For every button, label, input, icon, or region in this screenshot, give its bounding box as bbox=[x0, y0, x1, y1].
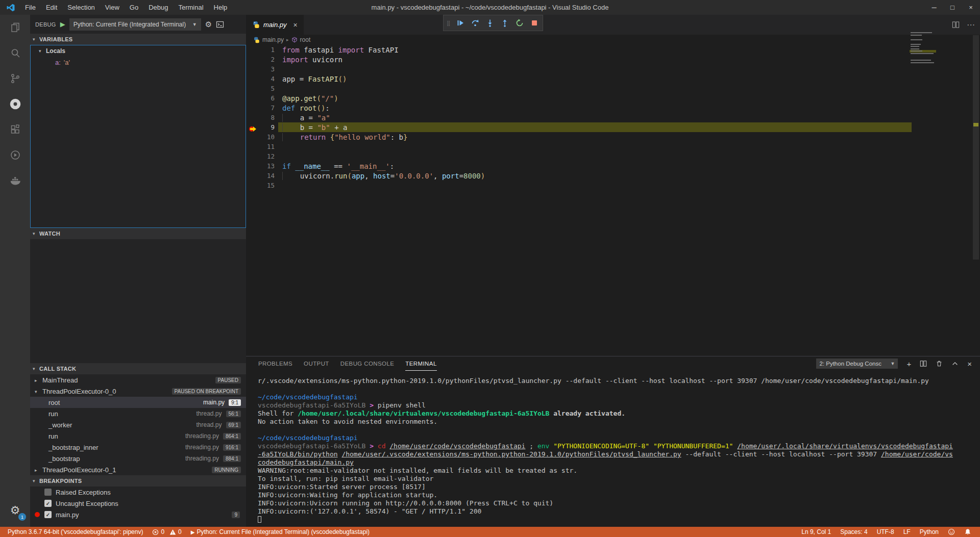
code-line[interactable]: 12 bbox=[246, 151, 980, 161]
callstack-section-header[interactable]: ▾ CALL STACK bbox=[30, 363, 246, 374]
settings-gear-icon[interactable]: ⚙ 1 bbox=[0, 499, 30, 522]
breadcrumb-file[interactable]: main.py bbox=[262, 36, 284, 43]
tab-main-py[interactable]: main.py × bbox=[246, 15, 304, 35]
callstack-row[interactable]: ▾ThreadPoolExecutor-0_0PAUSED ON BREAKPO… bbox=[30, 386, 246, 397]
panel-tab-problems[interactable]: PROBLEMS bbox=[258, 357, 292, 370]
menu-view[interactable]: View bbox=[100, 0, 125, 15]
code-line[interactable]: 10 return {"hello world": b} bbox=[246, 132, 980, 142]
code-line[interactable]: 1from fastapi import FastAPI bbox=[246, 45, 980, 55]
cursor-position-status[interactable]: Ln 9, Col 1 bbox=[797, 527, 836, 537]
callstack-row[interactable]: _bootstrap_innerthreading.py916:1 bbox=[30, 442, 246, 453]
callstack-row[interactable]: ▸ThreadPoolExecutor-0_1RUNNING bbox=[30, 464, 246, 475]
code-line[interactable]: 6@app.get("/") bbox=[246, 93, 980, 103]
callstack-row[interactable]: runthread.py56:1 bbox=[30, 408, 246, 419]
menu-edit[interactable]: Edit bbox=[41, 0, 62, 15]
feedback-smiley-icon[interactable] bbox=[943, 527, 960, 537]
terminal-picker-dropdown[interactable]: 2: Python Debug Consc ▼ bbox=[816, 359, 898, 369]
frame-position-badge: 884:1 bbox=[223, 455, 241, 462]
breadcrumb-symbol[interactable]: root bbox=[300, 36, 311, 43]
code-line[interactable]: 14 uvicorn.run(app, host='0.0.0.0', port… bbox=[246, 171, 980, 181]
breakpoints-section-header[interactable]: ▾ BREAKPOINTS bbox=[30, 475, 246, 487]
start-debug-icon[interactable]: ▶ bbox=[60, 20, 65, 28]
menu-selection[interactable]: Selection bbox=[62, 0, 100, 15]
debug-icon[interactable] bbox=[0, 91, 30, 117]
breakpoint-current-frame-icon[interactable] bbox=[249, 124, 257, 134]
breakpoint-row[interactable]: ✓Uncaught Exceptions bbox=[30, 498, 246, 509]
menu-file[interactable]: File bbox=[20, 0, 41, 15]
split-terminal-icon[interactable] bbox=[920, 360, 927, 367]
breakpoint-row[interactable]: Raised Exceptions bbox=[30, 487, 246, 498]
close-button[interactable]: × bbox=[962, 0, 980, 15]
tab-close-icon[interactable]: × bbox=[293, 21, 298, 29]
kill-terminal-trash-icon[interactable] bbox=[936, 360, 943, 367]
notifications-bell-icon[interactable] bbox=[960, 527, 976, 537]
callstack-row[interactable]: rootmain.py9:1 bbox=[30, 397, 246, 408]
maximize-button[interactable]: □ bbox=[943, 0, 962, 15]
continue-button[interactable] bbox=[455, 18, 465, 28]
breakpoint-row[interactable]: ✓main.py9 bbox=[30, 509, 246, 520]
debug-console-icon[interactable] bbox=[216, 20, 224, 29]
breadcrumb[interactable]: main.py ▸ root bbox=[246, 35, 980, 45]
indentation-status[interactable]: Spaces: 4 bbox=[836, 527, 872, 537]
code-line[interactable]: 11 bbox=[246, 142, 980, 151]
code-text: def root(): bbox=[282, 104, 330, 112]
minimize-button[interactable]: ─ bbox=[925, 0, 943, 15]
callstack-row[interactable]: ▸MainThreadPAUSED bbox=[30, 374, 246, 386]
python-interpreter-status[interactable]: Python 3.6.7 64-bit ('vscodedebugfastapi… bbox=[3, 527, 148, 537]
callstack-row[interactable]: _bootstrapthreading.py884:1 bbox=[30, 453, 246, 464]
code-line[interactable]: 8 a = "a" bbox=[246, 113, 980, 122]
panel-tab-output[interactable]: OUTPUT bbox=[304, 357, 329, 370]
restart-button[interactable] bbox=[514, 18, 525, 28]
minimap[interactable] bbox=[910, 32, 936, 68]
code-line[interactable]: 5 bbox=[246, 84, 980, 93]
code-line[interactable]: 2import uvicorn bbox=[246, 55, 980, 64]
step-into-button[interactable] bbox=[485, 18, 495, 28]
panel-tab-debug-console[interactable]: DEBUG CONSOLE bbox=[340, 357, 395, 370]
code-line[interactable]: 4app = FastAPI() bbox=[246, 74, 980, 84]
breakpoint-checkbox[interactable]: ✓ bbox=[44, 511, 52, 518]
menu-terminal[interactable]: Terminal bbox=[173, 0, 208, 15]
step-over-button[interactable] bbox=[470, 18, 480, 28]
new-terminal-icon[interactable]: + bbox=[906, 360, 911, 368]
eol-status[interactable]: LF bbox=[899, 527, 915, 537]
variables-section-header[interactable]: ▾ VARIABLES bbox=[30, 34, 246, 45]
terminal-output[interactable]: r/.vscode/extensions/ms-python.python-20… bbox=[258, 377, 978, 527]
code-line[interactable]: 15 bbox=[246, 181, 980, 190]
docker-icon[interactable] bbox=[0, 168, 30, 193]
source-control-icon[interactable] bbox=[0, 66, 30, 91]
close-panel-icon[interactable]: × bbox=[967, 360, 972, 368]
breakpoint-checkbox[interactable] bbox=[44, 489, 52, 496]
step-out-button[interactable] bbox=[500, 18, 510, 28]
variables-scope-locals[interactable]: ▾ Locals bbox=[31, 45, 246, 57]
stop-button[interactable] bbox=[529, 18, 540, 28]
encoding-status[interactable]: UTF-8 bbox=[872, 527, 899, 537]
run-circle-icon[interactable] bbox=[0, 142, 30, 168]
launch-config-dropdown[interactable]: Python: Current File (Integrated Termina… bbox=[69, 18, 201, 31]
maximize-panel-icon[interactable] bbox=[951, 360, 959, 367]
code-line[interactable]: 9 b = "b" + a bbox=[246, 122, 980, 132]
search-icon[interactable] bbox=[0, 40, 30, 66]
variable-row[interactable]: a:'a' bbox=[31, 57, 246, 68]
code-area[interactable]: 1from fastapi import FastAPI2import uvic… bbox=[246, 45, 980, 356]
code-line[interactable]: 7def root(): bbox=[246, 103, 980, 113]
extensions-icon[interactable] bbox=[0, 117, 30, 142]
files-icon[interactable] bbox=[0, 15, 30, 40]
configure-gear-icon[interactable]: ⚙ bbox=[205, 20, 212, 29]
debug-session-status[interactable]: ▶ Python: Current File (Integrated Termi… bbox=[186, 527, 374, 537]
menu-debug[interactable]: Debug bbox=[143, 0, 173, 15]
callstack-row[interactable]: runthreading.py864:1 bbox=[30, 430, 246, 442]
drag-handle-icon[interactable]: ⣿ bbox=[447, 22, 451, 24]
problems-status[interactable]: 0 0 bbox=[148, 527, 186, 537]
callstack-row[interactable]: _workerthread.py69:1 bbox=[30, 419, 246, 430]
language-mode-status[interactable]: Python bbox=[915, 527, 943, 537]
code-line[interactable]: 13if __name__ == '__main__': bbox=[246, 161, 980, 171]
menu-go[interactable]: Go bbox=[125, 0, 143, 15]
watch-section-header[interactable]: ▾ WATCH bbox=[30, 228, 246, 239]
more-actions-icon[interactable]: ⋯ bbox=[967, 20, 975, 30]
code-line[interactable]: 3 bbox=[246, 64, 980, 74]
editor-scrollbar[interactable] bbox=[973, 35, 979, 260]
split-editor-icon[interactable] bbox=[952, 21, 960, 29]
panel-tab-terminal[interactable]: TERMINAL bbox=[405, 357, 436, 371]
breakpoint-checkbox[interactable]: ✓ bbox=[44, 500, 52, 507]
menu-help[interactable]: Help bbox=[209, 0, 233, 15]
